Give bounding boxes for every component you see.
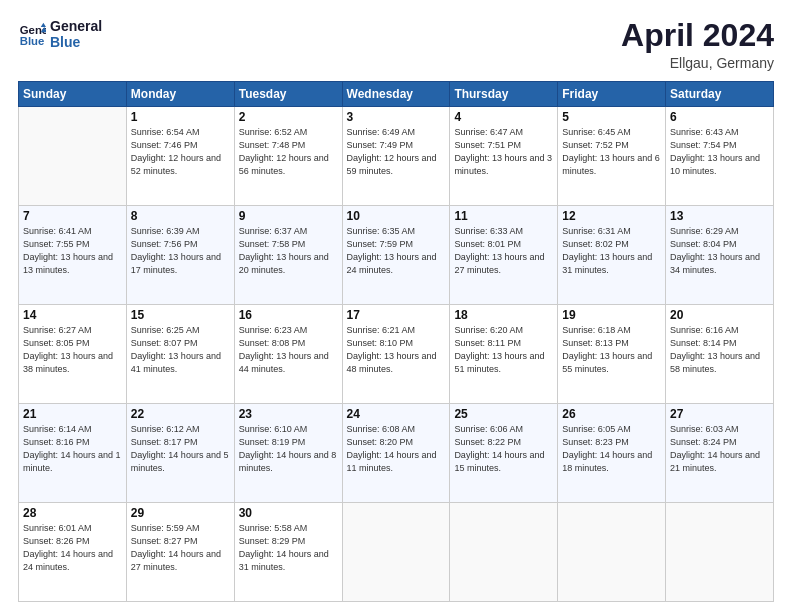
calendar-cell: 6Sunrise: 6:43 AM Sunset: 7:54 PM Daylig… bbox=[666, 107, 774, 206]
calendar-cell: 1Sunrise: 6:54 AM Sunset: 7:46 PM Daylig… bbox=[126, 107, 234, 206]
day-info: Sunrise: 6:16 AM Sunset: 8:14 PM Dayligh… bbox=[670, 324, 769, 376]
day-info: Sunrise: 6:27 AM Sunset: 8:05 PM Dayligh… bbox=[23, 324, 122, 376]
calendar-week-row: 7Sunrise: 6:41 AM Sunset: 7:55 PM Daylig… bbox=[19, 206, 774, 305]
day-info: Sunrise: 6:54 AM Sunset: 7:46 PM Dayligh… bbox=[131, 126, 230, 178]
day-number: 17 bbox=[347, 308, 446, 322]
day-info: Sunrise: 6:21 AM Sunset: 8:10 PM Dayligh… bbox=[347, 324, 446, 376]
day-number: 29 bbox=[131, 506, 230, 520]
day-info: Sunrise: 6:47 AM Sunset: 7:51 PM Dayligh… bbox=[454, 126, 553, 178]
calendar-cell: 7Sunrise: 6:41 AM Sunset: 7:55 PM Daylig… bbox=[19, 206, 127, 305]
weekday-header-saturday: Saturday bbox=[666, 82, 774, 107]
day-number: 25 bbox=[454, 407, 553, 421]
calendar-cell: 25Sunrise: 6:06 AM Sunset: 8:22 PM Dayli… bbox=[450, 404, 558, 503]
calendar-cell: 5Sunrise: 6:45 AM Sunset: 7:52 PM Daylig… bbox=[558, 107, 666, 206]
calendar-cell: 13Sunrise: 6:29 AM Sunset: 8:04 PM Dayli… bbox=[666, 206, 774, 305]
day-number: 10 bbox=[347, 209, 446, 223]
page: General Blue General Blue April 2024 Ell… bbox=[0, 0, 792, 612]
calendar-cell bbox=[19, 107, 127, 206]
day-number: 3 bbox=[347, 110, 446, 124]
day-number: 22 bbox=[131, 407, 230, 421]
calendar-cell: 4Sunrise: 6:47 AM Sunset: 7:51 PM Daylig… bbox=[450, 107, 558, 206]
day-info: Sunrise: 6:20 AM Sunset: 8:11 PM Dayligh… bbox=[454, 324, 553, 376]
calendar-table: SundayMondayTuesdayWednesdayThursdayFrid… bbox=[18, 81, 774, 602]
day-number: 19 bbox=[562, 308, 661, 322]
logo-text-blue: Blue bbox=[50, 34, 102, 50]
day-info: Sunrise: 6:01 AM Sunset: 8:26 PM Dayligh… bbox=[23, 522, 122, 574]
day-info: Sunrise: 6:49 AM Sunset: 7:49 PM Dayligh… bbox=[347, 126, 446, 178]
calendar-cell: 10Sunrise: 6:35 AM Sunset: 7:59 PM Dayli… bbox=[342, 206, 450, 305]
calendar-week-row: 14Sunrise: 6:27 AM Sunset: 8:05 PM Dayli… bbox=[19, 305, 774, 404]
day-info: Sunrise: 6:29 AM Sunset: 8:04 PM Dayligh… bbox=[670, 225, 769, 277]
weekday-header-sunday: Sunday bbox=[19, 82, 127, 107]
calendar-week-row: 28Sunrise: 6:01 AM Sunset: 8:26 PM Dayli… bbox=[19, 503, 774, 602]
day-info: Sunrise: 5:59 AM Sunset: 8:27 PM Dayligh… bbox=[131, 522, 230, 574]
header: General Blue General Blue April 2024 Ell… bbox=[18, 18, 774, 71]
day-info: Sunrise: 6:41 AM Sunset: 7:55 PM Dayligh… bbox=[23, 225, 122, 277]
calendar-cell: 29Sunrise: 5:59 AM Sunset: 8:27 PM Dayli… bbox=[126, 503, 234, 602]
day-number: 7 bbox=[23, 209, 122, 223]
calendar-cell: 18Sunrise: 6:20 AM Sunset: 8:11 PM Dayli… bbox=[450, 305, 558, 404]
day-info: Sunrise: 6:12 AM Sunset: 8:17 PM Dayligh… bbox=[131, 423, 230, 475]
weekday-header-friday: Friday bbox=[558, 82, 666, 107]
title-block: April 2024 Ellgau, Germany bbox=[621, 18, 774, 71]
calendar-cell: 12Sunrise: 6:31 AM Sunset: 8:02 PM Dayli… bbox=[558, 206, 666, 305]
day-number: 30 bbox=[239, 506, 338, 520]
calendar-cell: 27Sunrise: 6:03 AM Sunset: 8:24 PM Dayli… bbox=[666, 404, 774, 503]
day-number: 24 bbox=[347, 407, 446, 421]
weekday-header-monday: Monday bbox=[126, 82, 234, 107]
calendar-week-row: 1Sunrise: 6:54 AM Sunset: 7:46 PM Daylig… bbox=[19, 107, 774, 206]
day-number: 12 bbox=[562, 209, 661, 223]
day-info: Sunrise: 6:23 AM Sunset: 8:08 PM Dayligh… bbox=[239, 324, 338, 376]
weekday-header-tuesday: Tuesday bbox=[234, 82, 342, 107]
calendar-cell bbox=[450, 503, 558, 602]
calendar-cell: 14Sunrise: 6:27 AM Sunset: 8:05 PM Dayli… bbox=[19, 305, 127, 404]
calendar-cell: 21Sunrise: 6:14 AM Sunset: 8:16 PM Dayli… bbox=[19, 404, 127, 503]
day-info: Sunrise: 6:03 AM Sunset: 8:24 PM Dayligh… bbox=[670, 423, 769, 475]
day-number: 21 bbox=[23, 407, 122, 421]
day-info: Sunrise: 6:25 AM Sunset: 8:07 PM Dayligh… bbox=[131, 324, 230, 376]
day-info: Sunrise: 5:58 AM Sunset: 8:29 PM Dayligh… bbox=[239, 522, 338, 574]
svg-text:Blue: Blue bbox=[20, 35, 45, 47]
calendar-cell: 20Sunrise: 6:16 AM Sunset: 8:14 PM Dayli… bbox=[666, 305, 774, 404]
day-number: 27 bbox=[670, 407, 769, 421]
day-number: 23 bbox=[239, 407, 338, 421]
day-info: Sunrise: 6:39 AM Sunset: 7:56 PM Dayligh… bbox=[131, 225, 230, 277]
calendar-cell: 15Sunrise: 6:25 AM Sunset: 8:07 PM Dayli… bbox=[126, 305, 234, 404]
day-number: 26 bbox=[562, 407, 661, 421]
day-number: 5 bbox=[562, 110, 661, 124]
day-info: Sunrise: 6:05 AM Sunset: 8:23 PM Dayligh… bbox=[562, 423, 661, 475]
day-info: Sunrise: 6:43 AM Sunset: 7:54 PM Dayligh… bbox=[670, 126, 769, 178]
day-number: 9 bbox=[239, 209, 338, 223]
day-number: 2 bbox=[239, 110, 338, 124]
day-info: Sunrise: 6:31 AM Sunset: 8:02 PM Dayligh… bbox=[562, 225, 661, 277]
weekday-header-thursday: Thursday bbox=[450, 82, 558, 107]
day-info: Sunrise: 6:35 AM Sunset: 7:59 PM Dayligh… bbox=[347, 225, 446, 277]
calendar-cell: 17Sunrise: 6:21 AM Sunset: 8:10 PM Dayli… bbox=[342, 305, 450, 404]
day-info: Sunrise: 6:37 AM Sunset: 7:58 PM Dayligh… bbox=[239, 225, 338, 277]
day-info: Sunrise: 6:45 AM Sunset: 7:52 PM Dayligh… bbox=[562, 126, 661, 178]
calendar-cell: 11Sunrise: 6:33 AM Sunset: 8:01 PM Dayli… bbox=[450, 206, 558, 305]
day-number: 6 bbox=[670, 110, 769, 124]
day-number: 16 bbox=[239, 308, 338, 322]
calendar-cell: 2Sunrise: 6:52 AM Sunset: 7:48 PM Daylig… bbox=[234, 107, 342, 206]
calendar-cell: 23Sunrise: 6:10 AM Sunset: 8:19 PM Dayli… bbox=[234, 404, 342, 503]
calendar-cell: 28Sunrise: 6:01 AM Sunset: 8:26 PM Dayli… bbox=[19, 503, 127, 602]
day-info: Sunrise: 6:14 AM Sunset: 8:16 PM Dayligh… bbox=[23, 423, 122, 475]
calendar-cell: 3Sunrise: 6:49 AM Sunset: 7:49 PM Daylig… bbox=[342, 107, 450, 206]
day-info: Sunrise: 6:18 AM Sunset: 8:13 PM Dayligh… bbox=[562, 324, 661, 376]
calendar-cell: 9Sunrise: 6:37 AM Sunset: 7:58 PM Daylig… bbox=[234, 206, 342, 305]
calendar-cell: 30Sunrise: 5:58 AM Sunset: 8:29 PM Dayli… bbox=[234, 503, 342, 602]
calendar-cell: 26Sunrise: 6:05 AM Sunset: 8:23 PM Dayli… bbox=[558, 404, 666, 503]
weekday-header-wednesday: Wednesday bbox=[342, 82, 450, 107]
day-number: 20 bbox=[670, 308, 769, 322]
calendar-cell: 8Sunrise: 6:39 AM Sunset: 7:56 PM Daylig… bbox=[126, 206, 234, 305]
day-number: 28 bbox=[23, 506, 122, 520]
logo-text-general: General bbox=[50, 18, 102, 34]
day-number: 14 bbox=[23, 308, 122, 322]
logo: General Blue General Blue bbox=[18, 18, 102, 50]
day-number: 8 bbox=[131, 209, 230, 223]
calendar-header-row: SundayMondayTuesdayWednesdayThursdayFrid… bbox=[19, 82, 774, 107]
day-number: 15 bbox=[131, 308, 230, 322]
day-number: 11 bbox=[454, 209, 553, 223]
day-info: Sunrise: 6:06 AM Sunset: 8:22 PM Dayligh… bbox=[454, 423, 553, 475]
